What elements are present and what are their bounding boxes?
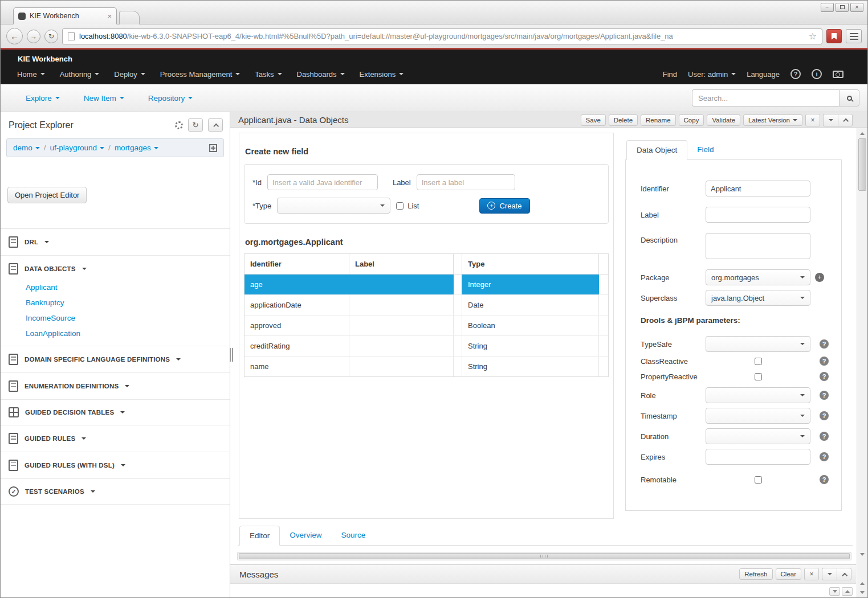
- data-object-loanapplication[interactable]: LoanApplication: [26, 329, 230, 338]
- refresh-explorer-button[interactable]: ↻: [188, 118, 203, 132]
- package-select[interactable]: org.mortgages: [706, 269, 810, 285]
- delete-button[interactable]: Delete: [609, 114, 638, 126]
- new-tab-button[interactable]: [119, 11, 140, 24]
- table-row-creditrating[interactable]: creditRating String: [244, 336, 608, 357]
- propertyreactive-help-icon[interactable]: ?: [820, 372, 829, 381]
- menu-extensions[interactable]: Extensions: [352, 64, 411, 84]
- tab-overview[interactable]: Overview: [280, 526, 331, 545]
- table-row-approved[interactable]: approved Boolean: [244, 316, 608, 336]
- browser-menu-button[interactable]: [846, 29, 862, 43]
- messages-scroll-up-button[interactable]: [842, 587, 853, 596]
- url-bar[interactable]: localhost:8080 /kie-wb-6.3.0-SNAPSHOT-ea…: [62, 28, 822, 44]
- search-button[interactable]: [839, 89, 859, 107]
- list-checkbox[interactable]: [396, 202, 404, 210]
- propertyreactive-checkbox[interactable]: [755, 373, 762, 380]
- tab-field[interactable]: Field: [687, 140, 723, 159]
- data-object-applicant[interactable]: Applicant: [26, 283, 230, 292]
- menu-deploy[interactable]: Deploy: [107, 64, 152, 84]
- description-textarea[interactable]: [706, 233, 810, 259]
- expires-input[interactable]: [706, 449, 810, 465]
- superclass-select[interactable]: java.lang.Object: [706, 290, 810, 306]
- info-icon[interactable]: i: [812, 69, 822, 79]
- clear-messages-button[interactable]: Clear: [776, 568, 801, 580]
- duration-select[interactable]: [706, 428, 810, 444]
- expand-panel-icon[interactable]: [209, 144, 217, 152]
- table-row-age[interactable]: age Integer: [244, 275, 608, 295]
- tab-data-object[interactable]: Data Object: [626, 140, 687, 160]
- copy-button[interactable]: Copy: [679, 114, 704, 126]
- new-item-menu[interactable]: New Item: [84, 94, 124, 103]
- close-messages-button[interactable]: ×: [804, 568, 819, 580]
- help-icon[interactable]: ?: [790, 69, 801, 79]
- remotable-help-icon[interactable]: ?: [820, 475, 829, 484]
- role-help-icon[interactable]: ?: [820, 391, 829, 400]
- tree-header-data-objects[interactable]: DATA OBJECTS: [1, 256, 230, 282]
- timestamp-help-icon[interactable]: ?: [820, 411, 829, 420]
- open-project-editor-button[interactable]: Open Project Editor: [7, 187, 87, 203]
- messages-scroll-down-button[interactable]: [829, 587, 840, 596]
- tree-header-dsl[interactable]: DOMAIN SPECIFIC LANGUAGE DEFINITIONS: [1, 346, 230, 372]
- tree-header-decision-tables[interactable]: GUIDED DECISION TABLES: [1, 400, 230, 425]
- bookmark-star-icon[interactable]: ☆: [809, 31, 817, 42]
- camera-icon[interactable]: [833, 71, 843, 78]
- role-select[interactable]: [706, 387, 810, 403]
- menu-process-management[interactable]: Process Management: [153, 64, 247, 84]
- expires-help-icon[interactable]: ?: [820, 452, 829, 461]
- tab-close-icon[interactable]: ×: [107, 12, 112, 21]
- close-window-button[interactable]: ×: [850, 3, 863, 12]
- tree-header-guided-rules-dsl[interactable]: GUIDED RULES (WITH DSL): [1, 452, 230, 478]
- duration-help-icon[interactable]: ?: [820, 432, 829, 441]
- type-select[interactable]: [277, 198, 390, 214]
- horizontal-scrollbar[interactable]: [237, 552, 851, 560]
- typesafe-select[interactable]: [706, 336, 810, 352]
- create-button[interactable]: +Create: [479, 198, 529, 214]
- messages-scrollbar-up-button[interactable]: [857, 579, 867, 588]
- data-object-incomesource[interactable]: IncomeSource: [26, 314, 230, 322]
- menu-dashboards[interactable]: Dashboards: [290, 64, 352, 84]
- panel-splitter-handle[interactable]: [229, 348, 234, 362]
- tab-source[interactable]: Source: [332, 526, 376, 545]
- reload-button[interactable]: ↻: [44, 30, 58, 43]
- search-input[interactable]: [692, 89, 839, 107]
- latest-version-dropdown[interactable]: Latest Version: [743, 114, 802, 126]
- col-identifier[interactable]: Identifier: [244, 254, 349, 275]
- label-input[interactable]: [706, 207, 810, 223]
- explore-menu[interactable]: Explore: [26, 94, 60, 103]
- menu-language[interactable]: Language: [747, 70, 780, 79]
- menu-tasks[interactable]: Tasks: [247, 64, 289, 84]
- remotable-checkbox[interactable]: [755, 476, 762, 484]
- menu-home[interactable]: Home: [10, 64, 52, 84]
- refresh-messages-button[interactable]: Refresh: [739, 568, 772, 580]
- classreactive-help-icon[interactable]: ?: [820, 357, 829, 366]
- minimize-button[interactable]: −: [821, 3, 834, 12]
- browser-tab[interactable]: KIE Workbench ×: [13, 7, 117, 24]
- add-package-icon[interactable]: +: [815, 273, 824, 282]
- collapse-explorer-button[interactable]: [208, 118, 223, 132]
- breadcrumb-project[interactable]: mortgages: [115, 144, 158, 152]
- scroll-up-button[interactable]: [857, 129, 867, 138]
- messages-scrollbar-down-button[interactable]: [857, 588, 867, 597]
- bookmarks-button[interactable]: [826, 29, 842, 43]
- label-input[interactable]: [417, 174, 515, 190]
- collapse-messages-button[interactable]: [837, 568, 851, 580]
- messages-menu-button[interactable]: [822, 568, 837, 580]
- forward-button[interactable]: →: [27, 30, 40, 43]
- tree-header-enums[interactable]: ENUMERATION DEFINITIONS: [1, 373, 230, 399]
- gear-icon[interactable]: [175, 121, 183, 129]
- table-row-name[interactable]: name String: [244, 357, 608, 376]
- identifier-input[interactable]: [706, 181, 810, 196]
- collapse-panel-button[interactable]: [838, 114, 853, 126]
- breadcrumb-org[interactable]: demo: [13, 144, 40, 152]
- col-type[interactable]: Type: [462, 254, 599, 275]
- menu-authoring[interactable]: Authoring: [52, 64, 107, 84]
- repository-menu[interactable]: Repository: [148, 94, 193, 103]
- close-editor-button[interactable]: ×: [805, 114, 820, 126]
- vertical-scrollbar-thumb[interactable]: [858, 138, 866, 191]
- timestamp-select[interactable]: [706, 408, 810, 424]
- back-button[interactable]: ←: [6, 28, 23, 44]
- classreactive-checkbox[interactable]: [755, 358, 762, 365]
- tree-header-guided-rules[interactable]: GUIDED RULES: [1, 425, 230, 452]
- col-label[interactable]: Label: [349, 254, 454, 275]
- menu-user[interactable]: User: admin: [688, 70, 736, 79]
- validate-button[interactable]: Validate: [707, 114, 740, 126]
